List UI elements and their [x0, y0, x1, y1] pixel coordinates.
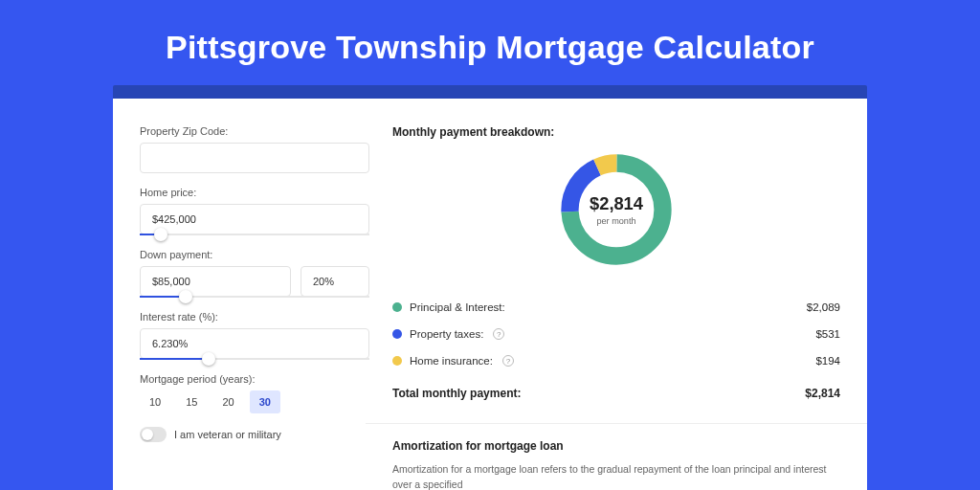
zip-field: Property Zip Code: — [140, 125, 369, 173]
period-btn-20[interactable]: 20 — [213, 390, 244, 413]
legend-label-insurance: Home insurance: — [410, 355, 493, 367]
total-row: Total monthly payment: $2,814 — [392, 377, 840, 410]
info-icon[interactable]: ? — [493, 328, 504, 340]
interest-slider[interactable] — [140, 358, 369, 360]
legend-row-principal: Principal & Interest: $2,089 — [392, 294, 840, 321]
down-payment-input[interactable] — [140, 266, 291, 297]
legend-row-taxes: Property taxes: ? $531 — [392, 321, 840, 347]
breakdown-title: Monthly payment breakdown: — [392, 125, 840, 139]
donut-svg: $2,814 per month — [555, 148, 678, 271]
period-btn-10[interactable]: 10 — [140, 390, 170, 413]
legend-label-taxes: Property taxes: — [410, 328, 483, 340]
legend-value-principal: $2,089 — [807, 301, 840, 313]
veteran-toggle[interactable] — [140, 427, 167, 442]
interest-input[interactable] — [140, 328, 369, 359]
dot-icon-yellow — [392, 356, 402, 366]
veteran-toggle-row: I am veteran or military — [140, 427, 369, 442]
total-label: Total monthly payment: — [392, 387, 521, 400]
amortization-section: Amortization for mortgage loan Amortizat… — [392, 424, 840, 490]
interest-field: Interest rate (%): — [140, 311, 369, 360]
legend-row-insurance: Home insurance: ? $194 — [392, 347, 840, 374]
period-buttons: 10 15 20 30 — [140, 390, 369, 413]
dot-icon-blue — [392, 329, 402, 339]
breakdown-column: Monthly payment breakdown: $2,814 per mo… — [392, 125, 840, 490]
down-payment-slider[interactable] — [140, 296, 369, 298]
down-payment-label: Down payment: — [140, 249, 369, 260]
down-payment-field: Down payment: — [140, 249, 369, 298]
slider-thumb-icon[interactable] — [202, 352, 215, 366]
page-title: Pittsgrove Township Mortgage Calculator — [0, 29, 980, 66]
legend-value-insurance: $194 — [815, 355, 840, 367]
home-price-input[interactable] — [140, 204, 369, 234]
zip-input[interactable] — [140, 143, 369, 173]
zip-label: Property Zip Code: — [140, 125, 369, 137]
donut-center-sub: per month — [596, 216, 635, 226]
info-icon[interactable]: ? — [502, 355, 514, 367]
dot-icon-green — [392, 302, 402, 312]
veteran-label: I am veteran or military — [174, 429, 281, 440]
legend-label-principal: Principal & Interest: — [410, 301, 505, 313]
calculator-card: Property Zip Code: Home price: Down paym… — [113, 99, 867, 490]
toggle-knob-icon — [142, 429, 153, 440]
home-price-field: Home price: — [140, 187, 369, 235]
home-price-slider[interactable] — [140, 234, 369, 235]
donut-chart: $2,814 per month — [392, 148, 840, 271]
period-label: Mortgage period (years): — [140, 373, 369, 385]
amortization-title: Amortization for mortgage loan — [392, 439, 840, 453]
donut-center-amount: $2,814 — [590, 193, 644, 213]
period-btn-15[interactable]: 15 — [176, 390, 207, 413]
slider-thumb-icon[interactable] — [179, 290, 192, 303]
form-column: Property Zip Code: Home price: Down paym… — [140, 125, 369, 490]
calculator-card-frame: Property Zip Code: Home price: Down paym… — [113, 85, 867, 490]
period-btn-30[interactable]: 30 — [250, 390, 280, 413]
home-price-label: Home price: — [140, 187, 369, 198]
interest-label: Interest rate (%): — [140, 311, 369, 323]
down-payment-pct-input[interactable] — [301, 266, 369, 297]
slider-thumb-icon[interactable] — [154, 228, 167, 241]
total-value: $2,814 — [805, 387, 840, 400]
period-field: Mortgage period (years): 10 15 20 30 — [140, 373, 369, 413]
legend-value-taxes: $531 — [815, 328, 840, 340]
amortization-text: Amortization for a mortgage loan refers … — [392, 462, 840, 490]
